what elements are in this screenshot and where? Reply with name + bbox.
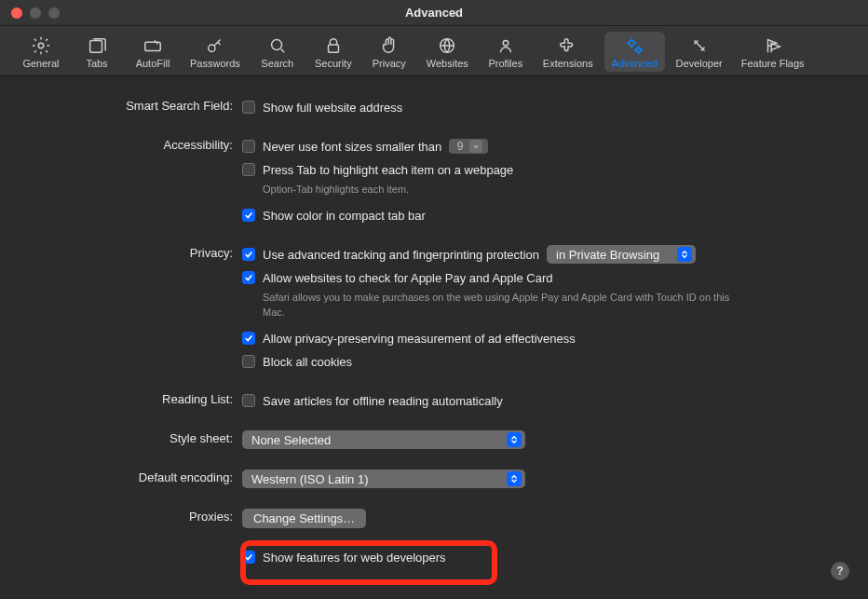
encoding-value: Western (ISO Latin 1)	[251, 472, 501, 486]
flag-icon	[763, 35, 783, 56]
help-button[interactable]: ?	[831, 562, 849, 580]
tab-label: Tabs	[86, 58, 107, 69]
compact-color-label: Show color in compact tab bar	[263, 209, 426, 223]
tab-autofill[interactable]: AutoFill	[127, 32, 179, 72]
press-tab-hint: Option-Tab highlights each item.	[263, 183, 747, 197]
tracking-scope-popup[interactable]: in Private Browsing	[547, 245, 696, 264]
popup-arrows-icon	[507, 471, 522, 486]
reading-list-label: Reading List:	[28, 390, 242, 406]
tab-search[interactable]: Search	[251, 32, 304, 72]
tracking-label: Use advanced tracking and fingerprinting…	[263, 248, 539, 262]
tab-label: Advanced	[612, 58, 658, 69]
block-cookies-label: Block all cookies	[263, 355, 352, 369]
ad-measurement-checkbox[interactable]	[242, 332, 255, 345]
tab-label: General	[22, 58, 59, 69]
tab-label: Privacy	[373, 58, 406, 69]
applepay-hint: Safari allows you to make purchases on t…	[263, 291, 747, 320]
accessibility-label: Accessibility:	[28, 136, 242, 152]
svg-point-4	[271, 40, 281, 50]
change-settings-button[interactable]: Change Settings…	[242, 509, 366, 528]
tab-profiles[interactable]: Profiles	[480, 32, 532, 72]
min-font-checkbox[interactable]	[242, 140, 255, 153]
proxies-label: Proxies:	[28, 508, 242, 524]
svg-point-0	[38, 43, 44, 48]
show-full-address-label: Show full website address	[263, 101, 402, 115]
tab-advanced[interactable]: Advanced	[604, 32, 665, 72]
gear-icon	[31, 35, 51, 56]
show-dev-features-label: Show features for web developers	[263, 551, 446, 565]
press-tab-checkbox[interactable]	[242, 163, 255, 176]
encoding-popup[interactable]: Western (ISO Latin 1)	[242, 470, 525, 488]
tab-label: AutoFill	[136, 58, 170, 69]
svg-point-8	[630, 41, 635, 47]
smart-search-label: Smart Search Field:	[28, 97, 242, 113]
tab-label: Feature Flags	[741, 58, 805, 69]
tab-tabs[interactable]: Tabs	[71, 32, 123, 72]
min-font-value: 9	[454, 140, 466, 153]
stylesheet-popup[interactable]: None Selected	[242, 430, 525, 449]
wrench-icon	[689, 35, 710, 56]
svg-point-7	[503, 41, 509, 47]
hand-icon	[379, 35, 400, 56]
person-icon	[495, 35, 516, 56]
puzzle-icon	[558, 35, 578, 56]
lock-icon	[323, 35, 344, 56]
chevron-down-icon	[469, 140, 482, 153]
min-font-stepper[interactable]: 9	[449, 139, 488, 154]
applepay-checkbox[interactable]	[242, 271, 255, 284]
tab-general[interactable]: General	[15, 32, 67, 72]
encoding-label: Default encoding:	[28, 469, 242, 484]
gears-icon	[624, 35, 644, 56]
show-full-address-checkbox[interactable]	[242, 101, 255, 114]
tab-label: Search	[261, 58, 293, 69]
tracking-scope-value: in Private Browsing	[556, 248, 671, 262]
svg-rect-1	[90, 41, 102, 53]
popup-arrows-icon	[507, 432, 522, 447]
titlebar: Advanced	[0, 0, 868, 26]
tab-security[interactable]: Security	[307, 32, 359, 72]
svg-rect-5	[328, 45, 338, 52]
stylesheet-label: Style sheet:	[28, 429, 242, 445]
tab-label: Profiles	[489, 58, 523, 69]
show-dev-features-checkbox[interactable]	[242, 551, 255, 564]
press-tab-label: Press Tab to highlight each item on a we…	[263, 163, 513, 177]
block-cookies-checkbox[interactable]	[242, 355, 255, 368]
min-font-label: Never use font sizes smaller than	[263, 140, 441, 154]
tab-privacy[interactable]: Privacy	[363, 32, 415, 72]
search-icon	[267, 35, 288, 56]
tab-label: Passwords	[190, 58, 240, 69]
tab-passwords[interactable]: Passwords	[183, 32, 248, 72]
tabs-icon	[87, 35, 107, 56]
save-offline-label: Save articles for offline reading automa…	[263, 394, 503, 408]
key-icon	[205, 35, 225, 56]
compact-color-checkbox[interactable]	[242, 209, 255, 222]
privacy-label: Privacy:	[28, 244, 242, 260]
preferences-toolbar: General Tabs AutoFill Passwords Search S…	[0, 26, 868, 76]
preferences-content: Smart Search Field: Show full website ad…	[0, 76, 868, 588]
pencil-icon	[142, 35, 163, 56]
save-offline-checkbox[interactable]	[242, 394, 255, 407]
tab-developer[interactable]: Developer	[669, 32, 730, 72]
tab-websites[interactable]: Websites	[419, 32, 476, 72]
svg-point-9	[636, 48, 641, 52]
tab-feature-flags[interactable]: Feature Flags	[734, 32, 812, 72]
tracking-checkbox[interactable]	[242, 248, 255, 261]
tab-extensions[interactable]: Extensions	[536, 32, 601, 72]
tab-label: Developer	[676, 58, 723, 69]
tab-label: Security	[315, 58, 352, 69]
tab-label: Extensions	[543, 58, 593, 69]
tab-label: Websites	[427, 58, 468, 69]
ad-measurement-label: Allow privacy-preserving measurement of …	[263, 332, 576, 346]
svg-point-3	[209, 45, 215, 51]
window-title: Advanced	[0, 6, 868, 20]
popup-arrows-icon	[677, 247, 692, 262]
stylesheet-value: None Selected	[251, 433, 501, 447]
applepay-label: Allow websites to check for Apple Pay an…	[263, 271, 552, 285]
globe-icon	[437, 35, 457, 56]
